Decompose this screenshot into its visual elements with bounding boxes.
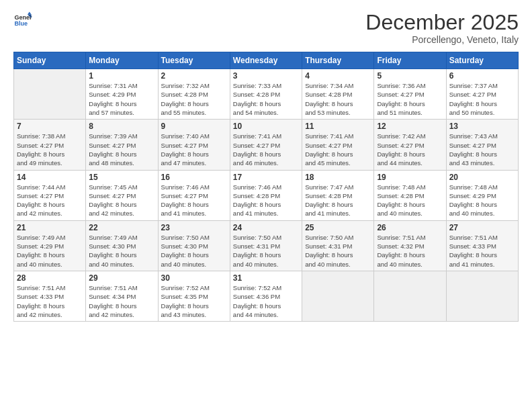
day-info: Sunrise: 7:52 AM Sunset: 4:36 PM Dayligh… <box>233 283 299 319</box>
day-number: 31 <box>233 273 299 283</box>
day-info: Sunrise: 7:34 AM Sunset: 4:28 PM Dayligh… <box>305 81 371 117</box>
day-info: Sunrise: 7:50 AM Sunset: 4:30 PM Dayligh… <box>161 233 227 269</box>
day-info: Sunrise: 7:51 AM Sunset: 4:33 PM Dayligh… <box>449 233 515 269</box>
col-friday: Friday <box>374 52 446 69</box>
table-row: 3Sunrise: 7:33 AM Sunset: 4:28 PM Daylig… <box>230 69 302 120</box>
day-info: Sunrise: 7:46 AM Sunset: 4:28 PM Dayligh… <box>233 183 299 218</box>
day-number: 24 <box>233 223 299 232</box>
table-row: 19Sunrise: 7:48 AM Sunset: 4:28 PM Dayli… <box>374 170 446 220</box>
day-number: 21 <box>17 223 83 232</box>
day-info: Sunrise: 7:31 AM Sunset: 4:29 PM Dayligh… <box>89 81 154 117</box>
table-row: 7Sunrise: 7:38 AM Sunset: 4:27 PM Daylig… <box>14 120 86 170</box>
table-row: 11Sunrise: 7:41 AM Sunset: 4:27 PM Dayli… <box>302 120 374 170</box>
table-row: 10Sunrise: 7:41 AM Sunset: 4:27 PM Dayli… <box>230 120 302 170</box>
day-info: Sunrise: 7:41 AM Sunset: 4:27 PM Dayligh… <box>305 132 371 167</box>
table-row: 29Sunrise: 7:51 AM Sunset: 4:34 PM Dayli… <box>86 271 158 321</box>
table-row: 1Sunrise: 7:31 AM Sunset: 4:29 PM Daylig… <box>86 69 158 120</box>
day-info: Sunrise: 7:51 AM Sunset: 4:33 PM Dayligh… <box>17 283 83 319</box>
calendar-week-row: 7Sunrise: 7:38 AM Sunset: 4:27 PM Daylig… <box>14 120 519 170</box>
day-number: 13 <box>449 122 515 131</box>
logo-icon: General Blue <box>13 11 32 30</box>
day-number: 12 <box>377 122 443 131</box>
day-info: Sunrise: 7:32 AM Sunset: 4:28 PM Dayligh… <box>161 81 227 117</box>
day-info: Sunrise: 7:37 AM Sunset: 4:27 PM Dayligh… <box>449 81 515 117</box>
day-number: 4 <box>305 71 371 81</box>
col-sunday: Sunday <box>14 52 86 69</box>
day-info: Sunrise: 7:51 AM Sunset: 4:34 PM Dayligh… <box>89 283 154 319</box>
day-number: 27 <box>449 223 515 232</box>
day-info: Sunrise: 7:48 AM Sunset: 4:29 PM Dayligh… <box>449 183 515 218</box>
table-row: 9Sunrise: 7:40 AM Sunset: 4:27 PM Daylig… <box>158 120 230 170</box>
day-info: Sunrise: 7:36 AM Sunset: 4:27 PM Dayligh… <box>377 81 443 117</box>
table-row: 5Sunrise: 7:36 AM Sunset: 4:27 PM Daylig… <box>374 69 446 120</box>
day-number: 23 <box>161 223 227 232</box>
table-row: 6Sunrise: 7:37 AM Sunset: 4:27 PM Daylig… <box>446 69 518 120</box>
day-info: Sunrise: 7:33 AM Sunset: 4:28 PM Dayligh… <box>233 81 299 117</box>
day-number: 26 <box>377 223 443 232</box>
month-title: December 2025 <box>365 11 519 34</box>
calendar-week-row: 1Sunrise: 7:31 AM Sunset: 4:29 PM Daylig… <box>14 69 519 120</box>
table-row: 27Sunrise: 7:51 AM Sunset: 4:33 PM Dayli… <box>446 220 518 271</box>
day-info: Sunrise: 7:47 AM Sunset: 4:28 PM Dayligh… <box>305 183 371 218</box>
logo: General Blue <box>13 11 32 30</box>
day-number: 9 <box>161 122 227 131</box>
table-row: 17Sunrise: 7:46 AM Sunset: 4:28 PM Dayli… <box>230 170 302 220</box>
day-number: 19 <box>377 173 443 182</box>
day-info: Sunrise: 7:43 AM Sunset: 4:27 PM Dayligh… <box>449 132 515 167</box>
table-row: 25Sunrise: 7:50 AM Sunset: 4:31 PM Dayli… <box>302 220 374 271</box>
day-number: 7 <box>17 122 83 131</box>
table-row: 12Sunrise: 7:42 AM Sunset: 4:27 PM Dayli… <box>374 120 446 170</box>
calendar-week-row: 21Sunrise: 7:49 AM Sunset: 4:29 PM Dayli… <box>14 220 519 271</box>
day-number: 1 <box>89 71 154 81</box>
day-number: 6 <box>449 71 515 81</box>
col-monday: Monday <box>86 52 158 69</box>
day-number: 3 <box>233 71 299 81</box>
table-row <box>302 271 374 321</box>
table-row: 4Sunrise: 7:34 AM Sunset: 4:28 PM Daylig… <box>302 69 374 120</box>
day-number: 15 <box>89 173 154 182</box>
calendar-week-row: 14Sunrise: 7:44 AM Sunset: 4:27 PM Dayli… <box>14 170 519 220</box>
day-info: Sunrise: 7:44 AM Sunset: 4:27 PM Dayligh… <box>17 183 83 218</box>
header: General Blue December 2025 Porcellengo, … <box>13 11 519 45</box>
day-info: Sunrise: 7:46 AM Sunset: 4:27 PM Dayligh… <box>161 183 227 218</box>
table-row: 23Sunrise: 7:50 AM Sunset: 4:30 PM Dayli… <box>158 220 230 271</box>
day-info: Sunrise: 7:38 AM Sunset: 4:27 PM Dayligh… <box>17 132 83 167</box>
day-info: Sunrise: 7:45 AM Sunset: 4:27 PM Dayligh… <box>89 183 154 218</box>
table-row <box>446 271 518 321</box>
table-row: 16Sunrise: 7:46 AM Sunset: 4:27 PM Dayli… <box>158 170 230 220</box>
title-block: December 2025 Porcellengo, Veneto, Italy <box>365 11 519 45</box>
table-row: 8Sunrise: 7:39 AM Sunset: 4:27 PM Daylig… <box>86 120 158 170</box>
day-info: Sunrise: 7:50 AM Sunset: 4:31 PM Dayligh… <box>305 233 371 269</box>
day-number: 5 <box>377 71 443 81</box>
calendar-table: Sunday Monday Tuesday Wednesday Thursday… <box>13 52 519 322</box>
day-info: Sunrise: 7:48 AM Sunset: 4:28 PM Dayligh… <box>377 183 443 218</box>
day-number: 22 <box>89 223 154 232</box>
day-number: 18 <box>305 173 371 182</box>
day-info: Sunrise: 7:52 AM Sunset: 4:35 PM Dayligh… <box>161 283 227 319</box>
calendar-header-row: Sunday Monday Tuesday Wednesday Thursday… <box>14 52 519 69</box>
table-row <box>374 271 446 321</box>
table-row: 20Sunrise: 7:48 AM Sunset: 4:29 PM Dayli… <box>446 170 518 220</box>
day-number: 20 <box>449 173 515 182</box>
table-row: 24Sunrise: 7:50 AM Sunset: 4:31 PM Dayli… <box>230 220 302 271</box>
day-number: 14 <box>17 173 83 182</box>
location: Porcellengo, Veneto, Italy <box>365 34 519 45</box>
day-info: Sunrise: 7:49 AM Sunset: 4:29 PM Dayligh… <box>17 233 83 269</box>
day-info: Sunrise: 7:40 AM Sunset: 4:27 PM Dayligh… <box>161 132 227 167</box>
table-row: 18Sunrise: 7:47 AM Sunset: 4:28 PM Dayli… <box>302 170 374 220</box>
day-number: 11 <box>305 122 371 131</box>
day-number: 8 <box>89 122 154 131</box>
day-info: Sunrise: 7:39 AM Sunset: 4:27 PM Dayligh… <box>89 132 154 167</box>
table-row: 13Sunrise: 7:43 AM Sunset: 4:27 PM Dayli… <box>446 120 518 170</box>
col-tuesday: Tuesday <box>158 52 230 69</box>
day-number: 28 <box>17 273 83 283</box>
col-saturday: Saturday <box>446 52 518 69</box>
table-row: 2Sunrise: 7:32 AM Sunset: 4:28 PM Daylig… <box>158 69 230 120</box>
day-info: Sunrise: 7:41 AM Sunset: 4:27 PM Dayligh… <box>233 132 299 167</box>
table-row: 14Sunrise: 7:44 AM Sunset: 4:27 PM Dayli… <box>14 170 86 220</box>
day-number: 25 <box>305 223 371 232</box>
day-number: 2 <box>161 71 227 81</box>
svg-text:Blue: Blue <box>14 20 28 27</box>
day-number: 29 <box>89 273 154 283</box>
calendar-week-row: 28Sunrise: 7:51 AM Sunset: 4:33 PM Dayli… <box>14 271 519 321</box>
